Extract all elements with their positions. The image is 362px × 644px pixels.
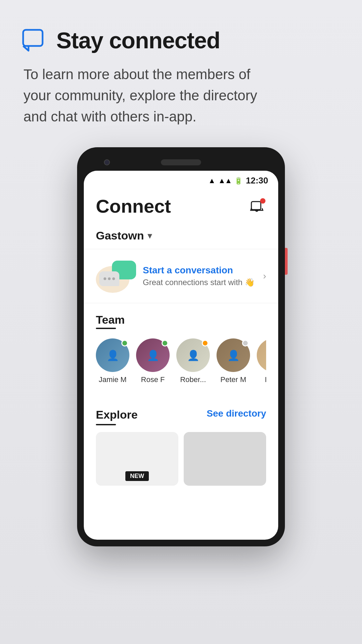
app-title: Connect — [96, 195, 171, 217]
team-section: Team 👤 Jamie M 👤 — [84, 303, 278, 394]
status-dot-away — [202, 340, 208, 346]
phone-speaker — [161, 159, 201, 165]
phone-camera — [104, 159, 110, 165]
team-member[interactable]: 👤 Rach — [257, 338, 266, 384]
member-name: Jamie M — [99, 375, 126, 384]
explore-underline — [96, 424, 116, 425]
status-icons: ▲ ▲▲ 🔋 — [208, 176, 242, 185]
team-underline — [96, 328, 116, 329]
svg-rect-0 — [23, 30, 43, 46]
svg-rect-1 — [251, 202, 261, 210]
member-name: Peter M — [220, 375, 246, 384]
phone-top-bar — [84, 154, 278, 171]
status-bar: ▲ ▲▲ 🔋 12:30 — [84, 171, 278, 189]
phone-screen: ▲ ▲▲ 🔋 12:30 Connect — [84, 171, 278, 540]
battery-icon: 🔋 — [234, 177, 243, 185]
conversation-info: Start a conversation Great connections s… — [143, 265, 256, 287]
status-time: 12:30 — [246, 175, 268, 186]
start-conversation-link[interactable]: Start a conversation — [143, 265, 256, 276]
dot-2 — [108, 277, 111, 280]
status-dot-online — [121, 340, 128, 346]
conversation-card[interactable]: Start a conversation Great connections s… — [84, 249, 278, 303]
team-member[interactable]: 👤 Jamie M — [96, 338, 129, 384]
dot-3 — [112, 277, 115, 280]
app-header: Connect — [84, 189, 278, 224]
page-title: Stay connected — [56, 27, 220, 53]
page-wrapper: Stay connected To learn more about the m… — [0, 0, 362, 644]
status-dot-offline — [242, 340, 249, 346]
team-members: 👤 Jamie M 👤 Rose F — [96, 338, 266, 384]
conversation-illustration — [96, 259, 136, 293]
new-badge: NEW — [125, 471, 149, 481]
notification-button[interactable] — [247, 198, 266, 215]
title-row: Stay connected — [20, 27, 342, 54]
header-section: Stay connected To learn more about the m… — [20, 27, 342, 127]
chat-icon — [20, 27, 47, 54]
chevron-right-icon: › — [263, 271, 266, 281]
member-name: Rose F — [141, 375, 165, 384]
status-dot-online — [162, 340, 168, 346]
avatar-wrapper: 👤 — [96, 338, 129, 372]
wifi-icon: ▲ — [208, 176, 216, 185]
explore-card-1[interactable]: NEW — [96, 432, 178, 486]
avatar-wrapper: 👤 — [257, 338, 266, 372]
community-selector[interactable]: Gastown ▾ — [84, 224, 278, 249]
team-title: Team — [96, 313, 266, 326]
signal-icon: ▲▲ — [218, 176, 232, 185]
explore-grid: NEW — [96, 432, 266, 486]
side-button — [285, 248, 288, 275]
avatar-wrapper: 👤 — [136, 338, 170, 372]
explore-card-2[interactable] — [184, 432, 266, 486]
team-member[interactable]: 👤 Peter M — [217, 338, 250, 384]
page-subtitle: To learn more about the members of your … — [20, 64, 272, 127]
team-member[interactable]: 👤 Rose F — [136, 338, 170, 384]
dot-1 — [104, 277, 106, 280]
explore-section: Explore See directory NEW — [84, 398, 278, 486]
chevron-down-icon: ▾ — [147, 230, 152, 241]
team-member[interactable]: 👤 Rober... — [176, 338, 210, 384]
avatar-wrapper: 👤 — [217, 338, 250, 372]
notification-dot — [260, 198, 265, 204]
member-name: Rach — [265, 375, 266, 384]
conversation-subtext: Great connections start with 👋 — [143, 278, 256, 287]
phone-mockup: ▲ ▲▲ 🔋 12:30 Connect — [77, 147, 285, 546]
phone-container: ▲ ▲▲ 🔋 12:30 Connect — [20, 147, 342, 546]
see-directory-link[interactable]: See directory — [207, 408, 266, 419]
member-name: Rober... — [180, 375, 206, 384]
explore-header: Explore See directory — [96, 408, 266, 423]
bubble-gray — [99, 271, 119, 286]
explore-title: Explore — [96, 408, 138, 421]
avatar-wrapper: 👤 — [176, 338, 210, 372]
community-name: Gastown — [96, 229, 144, 242]
avatar: 👤 — [257, 338, 266, 372]
